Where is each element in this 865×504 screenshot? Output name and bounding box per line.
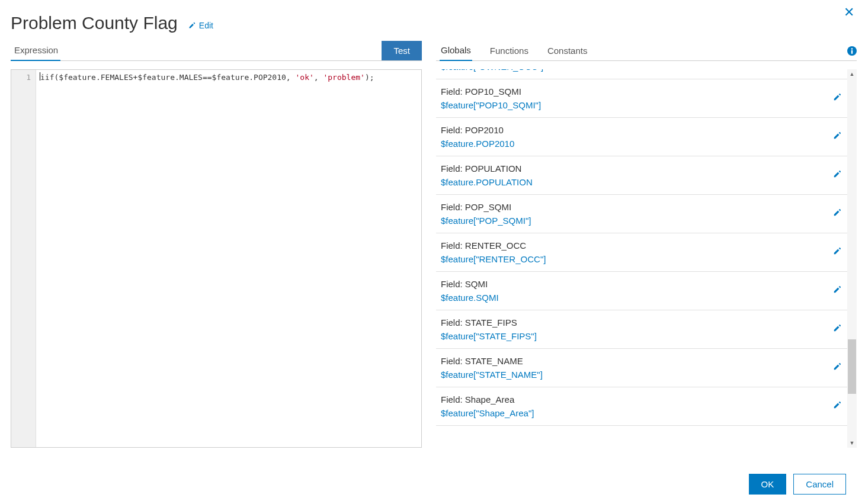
svg-rect-2 xyxy=(851,50,853,54)
ok-button[interactable]: OK xyxy=(749,474,787,495)
fields-viewport: $feature["OWNER_OCC"] Field: POP10_SQMI$… xyxy=(436,69,857,448)
editor-toolbar: Expression Test xyxy=(11,39,422,61)
field-expr[interactable]: $feature["RENTER_OCC"] xyxy=(441,254,546,264)
test-button[interactable]: Test xyxy=(382,41,422,60)
pencil-icon[interactable] xyxy=(833,131,841,142)
dialog-header: Problem County Flag Edit xyxy=(0,0,865,39)
field-row[interactable]: Field: POP2010$feature.POP2010 xyxy=(436,118,847,156)
tab-expression[interactable]: Expression xyxy=(11,39,60,61)
fields-list: $feature["OWNER_OCC"] Field: POP10_SQMI$… xyxy=(436,69,847,426)
field-expr[interactable]: $feature["STATE_NAME"] xyxy=(441,370,543,380)
field-expr[interactable]: $feature.POPULATION xyxy=(441,177,533,187)
pencil-icon[interactable] xyxy=(833,247,841,258)
close-icon[interactable]: ✕ xyxy=(844,6,854,19)
field-row[interactable]: Field: POP10_SQMI$feature["POP10_SQMI"] xyxy=(436,79,847,118)
field-expr[interactable]: $feature["STATE_FIPS"] xyxy=(441,331,537,341)
line-number: 1 xyxy=(11,72,31,83)
page-title: Problem County Flag xyxy=(11,13,178,33)
svg-point-1 xyxy=(851,48,853,50)
field-label: Field: POP2010 xyxy=(441,125,514,135)
field-label: Field: STATE_NAME xyxy=(441,356,543,366)
field-row-partial[interactable]: $feature["OWNER_OCC"] xyxy=(436,69,847,79)
pencil-icon[interactable] xyxy=(833,324,841,335)
info-icon[interactable] xyxy=(847,46,857,56)
code-editor[interactable]: 1 iif($feature.FEMALES+$feature.MALES==$… xyxy=(11,69,422,448)
field-expr[interactable]: $feature.SQMI xyxy=(441,293,499,303)
field-label: Field: POP10_SQMI xyxy=(441,86,541,97)
field-expr[interactable]: $feature["Shape_Area"] xyxy=(441,408,534,418)
scroll-down-icon[interactable]: ▼ xyxy=(847,438,857,448)
code-area[interactable]: iif($feature.FEMALES+$feature.MALES==$fe… xyxy=(36,70,421,447)
field-row[interactable]: Field: STATE_FIPS$feature["STATE_FIPS"] xyxy=(436,310,847,349)
editor-column: Expression Test 1 iif($feature.FEMALES+$… xyxy=(11,39,422,448)
field-expr[interactable]: $feature["POP_SQMI"] xyxy=(441,216,531,226)
scrollbar[interactable]: ▲ ▼ xyxy=(847,69,857,448)
side-tabs: Globals Functions Constants xyxy=(436,39,857,61)
side-panel: Globals Functions Constants $feature["OW… xyxy=(436,39,857,448)
field-label: Field: Shape_Area xyxy=(441,394,534,405)
pencil-icon[interactable] xyxy=(833,285,841,296)
pencil-icon[interactable] xyxy=(833,362,841,373)
field-expr[interactable]: $feature["POP10_SQMI"] xyxy=(441,100,541,110)
tab-constants[interactable]: Constants xyxy=(546,40,589,60)
field-row[interactable]: Field: Shape_Area$feature["Shape_Area"] xyxy=(436,387,847,426)
scrollbar-thumb[interactable] xyxy=(848,339,856,394)
pencil-icon[interactable] xyxy=(833,208,841,219)
field-label: Field: POPULATION xyxy=(441,163,533,174)
field-label: Field: SQMI xyxy=(441,279,499,289)
field-label: Field: POP_SQMI xyxy=(441,202,531,212)
tab-globals[interactable]: Globals xyxy=(440,39,472,61)
dialog-footer: OK Cancel xyxy=(749,474,846,495)
field-expr[interactable]: $feature.POP2010 xyxy=(441,139,514,149)
field-row[interactable]: Field: POPULATION$feature.POPULATION xyxy=(436,156,847,195)
edit-title-button[interactable]: Edit xyxy=(188,21,213,30)
field-row[interactable]: Field: STATE_NAME$feature["STATE_NAME"] xyxy=(436,349,847,387)
scroll-up-icon[interactable]: ▲ xyxy=(847,69,857,79)
field-label: Field: STATE_FIPS xyxy=(441,317,537,328)
pencil-icon[interactable] xyxy=(833,170,841,181)
field-row[interactable]: Field: SQMI$feature.SQMI xyxy=(436,272,847,310)
field-expr[interactable]: $feature["OWNER_OCC"] xyxy=(441,69,543,72)
field-label: Field: RENTER_OCC xyxy=(441,240,546,251)
pencil-icon xyxy=(188,22,196,29)
pencil-icon[interactable] xyxy=(833,401,841,412)
cancel-button[interactable]: Cancel xyxy=(793,474,846,495)
editor-gutter: 1 xyxy=(11,70,36,447)
field-row[interactable]: Field: RENTER_OCC$feature["RENTER_OCC"] xyxy=(436,233,847,272)
tab-functions[interactable]: Functions xyxy=(489,40,530,60)
edit-label: Edit xyxy=(199,21,213,30)
pencil-icon[interactable] xyxy=(833,93,841,104)
field-row[interactable]: Field: POP_SQMI$feature["POP_SQMI"] xyxy=(436,195,847,233)
